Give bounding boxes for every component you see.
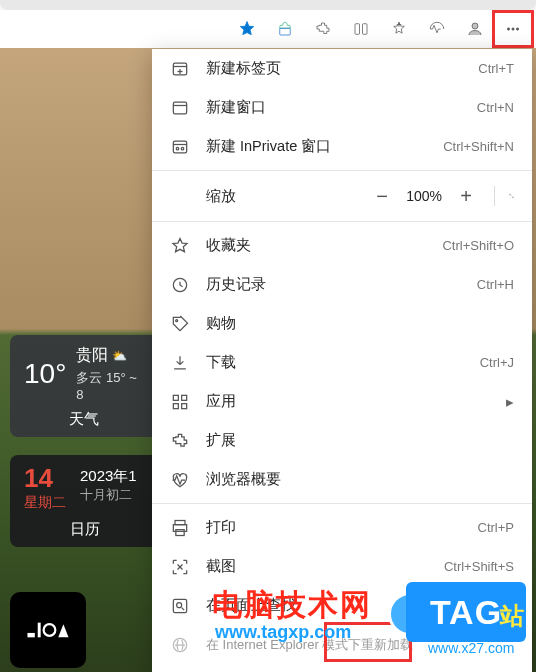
svg-point-22 [181, 147, 184, 150]
zoom-out-button[interactable]: − [372, 186, 392, 206]
new-tab-label: 新建标签页 [206, 59, 281, 78]
weather-temp: 10° [24, 358, 66, 390]
calendar-date: 2023年1 [80, 467, 137, 486]
print-item[interactable]: 打印 Ctrl+P [152, 508, 532, 547]
split-screen-icon[interactable] [344, 14, 378, 44]
more-tools-item[interactable]: 更多工具 ▸ [152, 664, 532, 672]
new-tab-item[interactable]: 新建标签页 Ctrl+T [152, 49, 532, 88]
fullscreen-button[interactable] [494, 186, 514, 206]
download-icon [170, 353, 190, 373]
shopping-item[interactable]: 购物 [152, 304, 532, 343]
find-icon [170, 596, 190, 616]
svg-point-7 [512, 28, 514, 30]
svg-rect-2 [363, 24, 368, 35]
zoom-percent: 100% [406, 188, 442, 204]
svg-rect-26 [182, 395, 187, 400]
zoom-row: 缩放 − 100% + [152, 175, 532, 217]
more-menu-button[interactable] [496, 14, 530, 44]
calendar-lunar: 十月初二 [80, 486, 137, 504]
profile-icon[interactable] [458, 14, 492, 44]
calendar-footer: 日历 [24, 520, 146, 539]
svg-rect-17 [173, 102, 186, 114]
browser-toolbar [0, 10, 536, 48]
svg-rect-31 [176, 529, 184, 535]
svg-rect-27 [173, 403, 178, 408]
apps-icon [170, 392, 190, 412]
collections-icon[interactable] [382, 14, 416, 44]
heartbeat-icon [170, 470, 190, 490]
svg-rect-19 [173, 141, 186, 153]
extensions-item[interactable]: 扩展 [152, 421, 532, 460]
ie-icon [170, 635, 190, 655]
calendar-weekday: 星期二 [24, 494, 66, 512]
weather-footer: 天气 [24, 410, 144, 429]
browser-essentials-item[interactable]: 浏览器概要 [152, 460, 532, 499]
rewards-icon[interactable] [268, 14, 302, 44]
downloads-item[interactable]: 下载 Ctrl+J [152, 343, 532, 382]
settings-menu: 新建标签页 Ctrl+T 新建窗口 Ctrl+N 新建 InPrivate 窗口… [152, 49, 532, 672]
new-window-item[interactable]: 新建窗口 Ctrl+N [152, 88, 532, 127]
svg-point-24 [176, 319, 178, 321]
performance-icon[interactable] [420, 14, 454, 44]
svg-point-11 [44, 624, 56, 636]
history-item[interactable]: 历史记录 Ctrl+H [152, 265, 532, 304]
svg-rect-28 [182, 403, 187, 408]
svg-point-6 [507, 28, 509, 30]
svg-point-21 [176, 147, 179, 150]
weather-widget[interactable]: 10° 贵阳 ⛅ 多云 15° ~ 8 天气 [10, 335, 160, 437]
calendar-widget[interactable]: 14 星期二 2023年1 十月初二 日历 [10, 455, 160, 547]
screenshot-item[interactable]: 截图 Ctrl+Shift+S [152, 547, 532, 586]
new-window-icon [170, 98, 190, 118]
svg-rect-9 [27, 633, 34, 637]
apps-item[interactable]: 应用 ▸ [152, 382, 532, 421]
chevron-right-icon: ▸ [506, 394, 514, 410]
new-tab-icon [170, 59, 190, 79]
svg-rect-0 [280, 28, 291, 35]
print-icon [170, 518, 190, 538]
screenshot-icon [170, 557, 190, 577]
weather-location: 贵阳 [76, 346, 108, 363]
extension-icon [170, 431, 190, 451]
favorites-icon [170, 236, 190, 256]
svg-rect-1 [355, 24, 360, 35]
svg-point-8 [516, 28, 518, 30]
extensions-icon[interactable] [306, 14, 340, 44]
shopping-icon [170, 314, 190, 334]
weather-desc: 多云 15° ~ 8 [76, 369, 144, 402]
favorite-icon[interactable] [230, 14, 264, 44]
zoom-label: 缩放 [206, 187, 236, 206]
new-tab-shortcut: Ctrl+T [478, 61, 514, 76]
inprivate-icon [170, 137, 190, 157]
svg-marker-12 [58, 624, 68, 637]
zoom-in-button[interactable]: + [456, 186, 476, 206]
svg-rect-10 [38, 623, 41, 638]
svg-point-35 [177, 602, 182, 607]
new-inprivate-label: 新建 InPrivate 窗口 [206, 137, 331, 156]
watermark-tag: TAG [406, 582, 526, 642]
new-inprivate-item[interactable]: 新建 InPrivate 窗口 Ctrl+Shift+N [152, 127, 532, 166]
svg-line-36 [182, 607, 185, 610]
svg-rect-34 [173, 599, 186, 612]
app-tile[interactable] [10, 592, 86, 668]
history-icon [170, 275, 190, 295]
favorites-item[interactable]: 收藏夹 Ctrl+Shift+O [152, 226, 532, 265]
new-window-label: 新建窗口 [206, 98, 266, 117]
svg-point-5 [472, 23, 478, 29]
weather-cloud-icon: ⛅ [112, 349, 127, 363]
svg-rect-25 [173, 395, 178, 400]
calendar-day: 14 [24, 463, 66, 494]
